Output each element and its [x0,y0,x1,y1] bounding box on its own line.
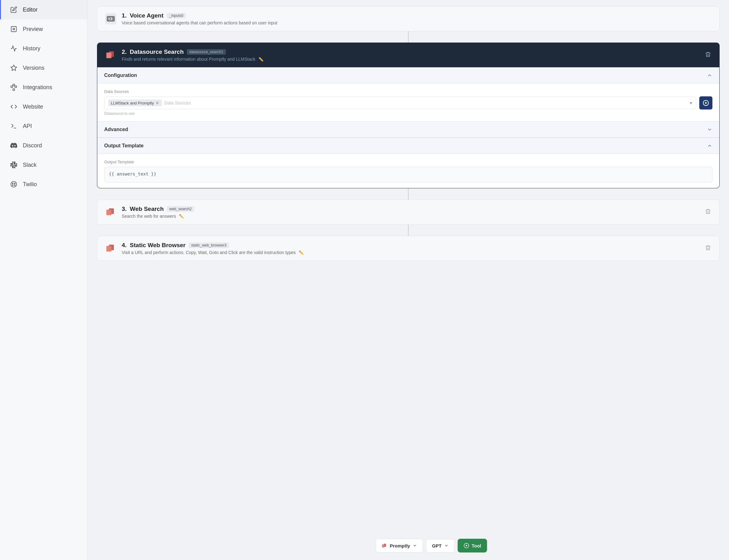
output-template-header[interactable]: Output Template [97,138,719,154]
svg-rect-14 [107,16,115,21]
integrations-icon [10,83,18,91]
sidebar-item-label: History [23,45,40,52]
datasource-search-card: 2. Datasource Search datasource_search1 … [97,43,720,188]
static-web-browser-card: 4. Static Web Browser static_web_browser… [97,236,720,261]
sidebar-item-label: Website [23,104,43,110]
bottom-toolbar: Promptly GPT Tool [376,539,487,552]
datasource-input[interactable]: LLMStack and Promptly ✕ Data Sources ▾ [104,97,696,109]
web-search-card: 3. Web Search web_search2 Search the web… [97,200,720,225]
datasources-label: Data Sources [104,89,712,94]
web-search-desc: Search the web for answers ✏️ [122,214,699,219]
configuration-section: Configuration Data Sources LLMStack and … [97,67,719,138]
sidebar-item-website[interactable]: Website [0,97,87,116]
web-search-title: 3. Web Search web_search2 [122,206,699,212]
sidebar-item-label: Integrations [23,84,52,91]
datasource-badge: datasource_search1 [187,49,226,55]
static-web-browser-badge: static_web_browser3 [189,242,229,248]
sidebar-item-editor[interactable]: Editor [0,0,87,19]
datasource-row: LLMStack and Promptly ✕ Data Sources ▾ [104,96,712,109]
twilio-icon [10,180,18,188]
datasource-placeholder: Data Sources [164,100,191,105]
voice-agent-title-area: 1. Voice Agent _inputs0 Voice based conv… [122,12,712,25]
voice-agent-title: 1. Voice Agent _inputs0 [122,12,712,19]
svg-point-9 [12,183,13,184]
add-datasource-button[interactable] [699,96,712,109]
static-web-browser-edit-icon[interactable]: ✏️ [299,250,304,255]
web-search-icon [104,206,117,219]
svg-rect-29 [106,246,111,252]
versions-icon [10,64,18,72]
promptly-button[interactable]: Promptly [376,539,423,552]
advanced-section: Advanced [97,121,719,138]
gpt-label: GPT [432,543,442,548]
sidebar: Editor Preview History Versions [0,0,88,560]
sidebar-item-api[interactable]: API [0,116,87,136]
history-icon [10,44,18,53]
promptly-label: Promptly [390,543,410,548]
sidebar-item-label: Preview [23,26,43,33]
discord-icon [10,141,18,150]
static-web-browser-desc: Visit a URL and perform actions. Copy, W… [122,250,699,255]
sidebar-item-label: Slack [23,162,37,168]
sidebar-item-discord[interactable]: Discord [0,136,87,155]
web-search-header: 3. Web Search web_search2 Search the web… [97,200,719,224]
gpt-dropdown-icon [444,543,449,548]
svg-point-12 [14,185,15,186]
static-web-browser-delete-button[interactable] [704,243,712,254]
sidebar-item-label: API [23,123,32,130]
editor-icon [10,6,18,14]
svg-rect-18 [106,53,111,58]
slack-icon [10,161,18,169]
svg-point-10 [14,183,15,184]
voice-agent-header: 1. Voice Agent _inputs0 Voice based conv… [97,7,719,31]
main-content: 1. Voice Agent _inputs0 Voice based conv… [88,0,729,560]
sidebar-item-preview[interactable]: Preview [0,19,87,39]
datasource-search-desc: Finds and returns relevant information a… [122,57,699,62]
sidebar-item-integrations[interactable]: Integrations [0,78,87,97]
configuration-header[interactable]: Configuration [97,68,719,84]
web-search-title-area: 3. Web Search web_search2 Search the web… [122,206,699,219]
output-template-value[interactable]: {{ answers_text }} [104,167,712,182]
sidebar-item-label: Editor [23,7,38,13]
datasource-search-title-area: 2. Datasource Search datasource_search1 … [122,48,699,62]
static-web-browser-header: 4. Static Web Browser static_web_browser… [97,236,719,261]
connector-3 [408,225,409,236]
svg-point-11 [12,185,13,186]
voice-agent-card: 1. Voice Agent _inputs0 Voice based conv… [97,6,720,31]
svg-rect-0 [11,27,17,32]
static-web-browser-title: 4. Static Web Browser static_web_browser… [122,242,699,249]
datasource-dropdown-icon[interactable]: ▾ [690,100,692,105]
configuration-body: Data Sources LLMStack and Promptly ✕ Dat… [97,84,719,121]
web-search-edit-icon[interactable]: ✏️ [179,214,184,219]
voice-agent-icon [104,12,117,25]
datasource-tag: LLMStack and Promptly ✕ [108,99,162,106]
output-template-section: Output Template Output Template {{ answe… [97,138,719,188]
output-template-body: Output Template {{ answers_text }} [97,154,719,188]
advanced-header[interactable]: Advanced [97,122,719,138]
web-search-badge: web_search2 [167,206,194,212]
api-icon [10,122,18,130]
svg-point-1 [13,28,15,30]
svg-rect-4 [15,86,17,88]
sidebar-item-slack[interactable]: Slack [0,155,87,175]
voice-agent-desc: Voice based conversational agents that c… [122,20,712,25]
datasource-tag-remove[interactable]: ✕ [155,100,159,105]
edit-desc-icon[interactable]: ✏️ [258,57,263,62]
static-web-browser-title-area: 4. Static Web Browser static_web_browser… [122,242,699,255]
datasource-search-icon [104,48,117,62]
tool-icon [464,543,469,548]
sidebar-item-label: Discord [23,142,42,149]
tool-label: Tool [472,543,482,548]
datasource-search-title: 2. Datasource Search datasource_search1 [122,48,699,55]
svg-rect-3 [11,86,13,88]
sidebar-item-versions[interactable]: Versions [0,58,87,78]
web-search-delete-button[interactable] [704,207,712,217]
datasource-search-header: 2. Datasource Search datasource_search1 … [97,43,719,67]
website-icon [10,103,18,111]
tool-button[interactable]: Tool [458,539,487,552]
sidebar-item-history[interactable]: History [0,39,87,58]
gpt-button[interactable]: GPT [426,539,455,552]
datasource-delete-button[interactable] [704,50,712,60]
svg-marker-2 [11,65,17,70]
sidebar-item-twilio[interactable]: Twilio [0,175,87,194]
